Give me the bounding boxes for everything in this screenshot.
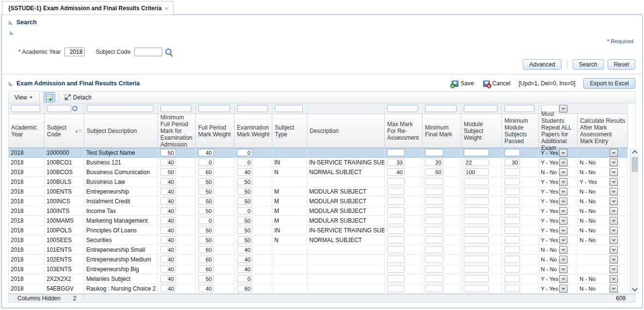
cell-input-min_module_passed[interactable] bbox=[504, 207, 520, 214]
cell-input-min_full_period_mark[interactable] bbox=[160, 285, 176, 292]
academic-year-field[interactable] bbox=[64, 48, 85, 56]
table-row[interactable]: 2018100POLSPrinciples Of LoansININ-SERVI… bbox=[9, 226, 628, 235]
cell-input-max_mark_reassessment[interactable] bbox=[387, 159, 405, 166]
cell-input-exam_weight[interactable] bbox=[237, 275, 252, 282]
column-header-repeat_papers[interactable]: Must Students Repeat ALL Papers for Addi… bbox=[539, 114, 578, 147]
cell-input-min_module_passed[interactable] bbox=[504, 188, 520, 195]
cell-input-module_subject_weight[interactable] bbox=[464, 149, 489, 156]
cell-select-calc_results[interactable] bbox=[579, 148, 618, 157]
cell-input-exam_weight[interactable] bbox=[237, 178, 252, 185]
cell-input-full_period_weight[interactable] bbox=[198, 178, 214, 185]
cell-input-max_mark_reassessment[interactable] bbox=[387, 236, 405, 244]
cell-input-min_full_period_mark[interactable] bbox=[160, 207, 176, 214]
cell-input-min_final_mark[interactable] bbox=[425, 285, 443, 292]
cell-select-calc_results[interactable] bbox=[579, 245, 618, 254]
cell-input-exam_weight[interactable] bbox=[237, 256, 252, 263]
cell-input-min_module_passed[interactable] bbox=[504, 197, 520, 205]
cell-input-max_mark_reassessment[interactable] bbox=[387, 168, 405, 176]
advanced-button[interactable]: Advanced bbox=[523, 59, 561, 70]
cell-select-calc_results[interactable]: N - No bbox=[579, 275, 618, 283]
table-row[interactable]: 2018100ENTSEntrepeneurshipMMODULAR SUBJE… bbox=[9, 187, 628, 196]
sort-icons[interactable]: ▲▽ bbox=[74, 128, 82, 134]
table-row[interactable]: 2018100BCOSBussiness ComunicationNNORMAL… bbox=[9, 167, 628, 177]
filter-exam_weight[interactable] bbox=[237, 105, 268, 112]
filter-module_subject_weight[interactable] bbox=[464, 105, 498, 112]
dropdown-button[interactable] bbox=[559, 207, 567, 215]
cell-input-min_final_mark[interactable] bbox=[425, 265, 443, 273]
lov-search-icon[interactable] bbox=[72, 106, 78, 111]
tab-close-icon[interactable]: × bbox=[165, 4, 168, 12]
cell-input-full_period_weight[interactable] bbox=[198, 265, 214, 273]
filter-academic_year[interactable] bbox=[11, 105, 40, 112]
cell-select-calc_results[interactable]: N - No bbox=[579, 226, 618, 234]
cell-select-repeat_papers[interactable]: Y - Yes bbox=[540, 207, 567, 215]
table-row[interactable]: 201854EBGGVRaukog : Nursing Choice 2Y - … bbox=[9, 284, 628, 294]
cell-input-min_module_passed[interactable] bbox=[504, 285, 520, 292]
dropdown-button[interactable] bbox=[559, 265, 567, 273]
table-row[interactable]: 2018100INCSInstalment CreditMMODULAR SUB… bbox=[9, 196, 628, 206]
cell-select-calc_results[interactable]: N - No bbox=[579, 216, 618, 225]
sort-descending-icon[interactable]: ▽ bbox=[79, 129, 82, 133]
cell-input-max_mark_reassessment[interactable] bbox=[387, 275, 405, 282]
dropdown-button[interactable] bbox=[610, 159, 618, 166]
dropdown-button[interactable] bbox=[610, 149, 618, 157]
cell-input-module_subject_weight[interactable] bbox=[464, 256, 489, 263]
dropdown-button[interactable] bbox=[610, 236, 618, 244]
dropdown-button[interactable] bbox=[559, 168, 567, 176]
cell-select-repeat_papers[interactable]: N - No bbox=[540, 265, 567, 273]
dropdown-button[interactable] bbox=[610, 168, 618, 176]
dropdown-button[interactable] bbox=[610, 256, 618, 263]
search-button[interactable]: Search bbox=[573, 59, 604, 70]
cell-input-min_full_period_mark[interactable] bbox=[160, 275, 176, 282]
cell-input-max_mark_reassessment[interactable] bbox=[387, 285, 405, 292]
cell-input-max_mark_reassessment[interactable] bbox=[387, 265, 405, 273]
export-to-excel-button[interactable]: Export to Excel bbox=[583, 78, 635, 89]
cell-input-module_subject_weight[interactable] bbox=[464, 236, 489, 244]
cell-select-calc_results[interactable] bbox=[579, 265, 618, 273]
column-header-subject_code[interactable]: Subject Code▲▽ bbox=[45, 114, 84, 147]
dropdown-button[interactable] bbox=[559, 246, 567, 254]
cell-input-exam_weight[interactable] bbox=[237, 265, 252, 273]
subject-code-field[interactable] bbox=[134, 48, 162, 56]
cell-input-exam_weight[interactable] bbox=[237, 149, 252, 156]
sort-ascending-icon[interactable]: ▲ bbox=[74, 129, 79, 133]
table-row[interactable]: 2018100INTSIncome TaxMMODULAR SUBJECTY -… bbox=[9, 206, 628, 216]
cell-select-calc_results[interactable]: N - No bbox=[579, 168, 618, 176]
cell-select-calc_results[interactable]: N - No bbox=[579, 187, 618, 196]
scroll-up-button[interactable] bbox=[630, 148, 639, 156]
cell-select-repeat_papers[interactable]: Y - Yes bbox=[540, 197, 567, 205]
dropdown-button[interactable] bbox=[610, 265, 618, 273]
cell-input-min_final_mark[interactable] bbox=[425, 178, 443, 185]
cell-input-module_subject_weight[interactable] bbox=[464, 168, 489, 176]
cell-select-repeat_papers[interactable]: Y - Yes bbox=[540, 236, 567, 244]
cell-input-max_mark_reassessment[interactable] bbox=[387, 207, 405, 214]
cell-input-min_final_mark[interactable] bbox=[425, 275, 443, 282]
cell-input-min_full_period_mark[interactable] bbox=[160, 197, 176, 205]
cancel-button[interactable]: × Cancel bbox=[483, 80, 510, 87]
cell-input-min_full_period_mark[interactable] bbox=[160, 159, 176, 166]
cell-select-repeat_papers[interactable]: Y - Yes bbox=[540, 226, 567, 234]
cell-select-repeat_papers[interactable]: N - No bbox=[540, 255, 567, 263]
cell-select-calc_results[interactable]: Y - Yes bbox=[579, 178, 618, 186]
cell-input-exam_weight[interactable] bbox=[237, 285, 252, 292]
cell-input-module_subject_weight[interactable] bbox=[464, 188, 489, 195]
dropdown-button[interactable] bbox=[610, 246, 618, 254]
column-header-min_final_mark[interactable]: Minimum Final Mark bbox=[423, 114, 461, 147]
cell-input-module_subject_weight[interactable] bbox=[464, 275, 489, 282]
cell-select-repeat_papers[interactable]: N - No bbox=[540, 245, 567, 254]
cell-input-min_module_passed[interactable] bbox=[504, 275, 520, 282]
dropdown-button[interactable] bbox=[559, 285, 567, 293]
column-header-module_subject_weight[interactable]: Module Subject Weight bbox=[461, 114, 502, 147]
cell-select-repeat_papers[interactable]: Y - Yes bbox=[540, 216, 567, 225]
cell-input-exam_weight[interactable] bbox=[237, 227, 252, 234]
cell-input-max_mark_reassessment[interactable] bbox=[387, 256, 405, 263]
filter-min_final_mark[interactable] bbox=[425, 105, 457, 112]
cell-input-min_module_passed[interactable] bbox=[504, 159, 520, 166]
table-row[interactable]: 2018103ENTSEntrepeneurship BigN - No bbox=[9, 264, 628, 274]
cell-input-full_period_weight[interactable] bbox=[198, 197, 214, 205]
cell-input-max_mark_reassessment[interactable] bbox=[387, 246, 405, 253]
cell-select-calc_results[interactable] bbox=[579, 255, 618, 263]
scrollbar-thumb[interactable] bbox=[632, 157, 638, 172]
filter-max_mark_reassessment[interactable] bbox=[387, 105, 418, 112]
cell-input-min_full_period_mark[interactable] bbox=[160, 188, 176, 195]
